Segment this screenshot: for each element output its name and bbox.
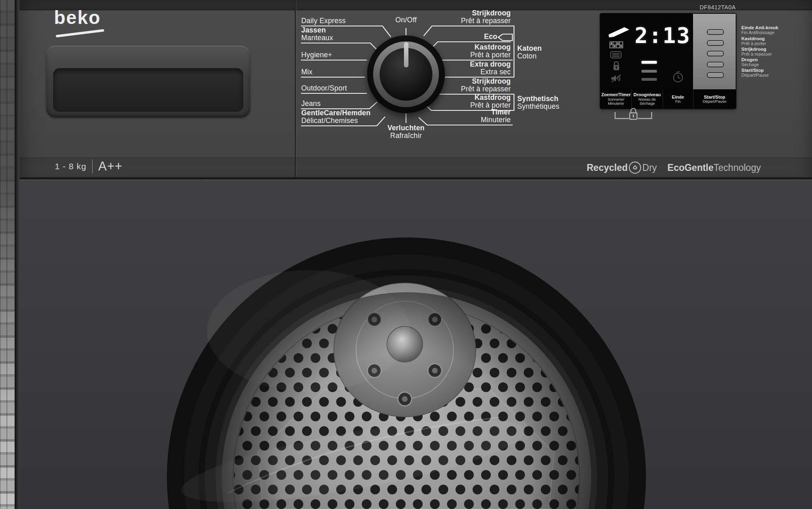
program-jeans: Jeans: [301, 100, 321, 108]
buzzer-off-icon: [611, 74, 622, 83]
display-module: 2:13 Zoemer/TimerSonnerie/Minuterie Droo…: [600, 14, 736, 108]
panel-seam: [15, 177, 812, 179]
knob-pointer: [404, 42, 408, 67]
program-kastdroog-1: KastdroogPrêt à porter: [470, 43, 511, 59]
dryness-bar-1: [641, 61, 657, 64]
program-mix: Mix: [301, 68, 313, 76]
dryness-bar-3: [641, 78, 657, 81]
program-timer: TimerMinuterie: [481, 108, 511, 124]
indicator-label-anti-crease: Einde Anti-kreukFin Antifroissage: [741, 25, 810, 35]
indicator-label-start-stop: Start/StopDépart/Pause: [741, 68, 810, 78]
led-slot-drogen: [707, 62, 724, 67]
beko-logo: beko: [54, 6, 101, 28]
delay-timer-icon: [672, 71, 684, 83]
technology-label: Technology: [714, 162, 761, 173]
eco-tag-icon: [498, 34, 512, 41]
program-outdoor-sport: Outdoor/Sport: [301, 84, 347, 92]
drying-rack-icon: [609, 41, 623, 49]
led-slot-strijkdroog: [707, 51, 724, 56]
program-knob[interactable]: [367, 35, 445, 113]
indicator-label-drogen: DrogenSéchage: [741, 57, 810, 67]
child-lock-combo-icon: [611, 106, 656, 123]
end-time-button[interactable]: EindeFin: [663, 89, 693, 108]
indicator-label-strijkdroog: StrijkdroogPrêt à repasser: [741, 47, 810, 56]
program-jassen: JassenManteaux: [301, 26, 333, 42]
energy-class-label: A++: [98, 159, 123, 174]
technology-branding: Recycled ♻ Dry EcoGentle Technology: [587, 162, 761, 174]
dryness-bar-2: [641, 70, 657, 73]
dryer-door-drum: [0, 177, 812, 509]
capacity-energy-badge: 1 - 8 kg A++: [55, 159, 123, 174]
ecogentle-label: EcoGentle: [667, 162, 714, 173]
dry-label: Dry: [642, 162, 657, 173]
program-daily-express: Daily Express: [301, 17, 346, 25]
divider: [92, 160, 93, 173]
program-gentlecare: GentleCare/HemdenDélicat/Chemises: [301, 109, 371, 125]
machine-side-edge: [15, 0, 19, 509]
filter-icon: [610, 51, 622, 58]
child-lock-icon: [612, 61, 620, 71]
led-slot-start-stop: [707, 72, 724, 78]
indicator-label-kastdroog: KastdroogPrêt à porter: [741, 36, 810, 46]
recycle-icon: ♻: [629, 162, 641, 174]
led-slot-anti-crease: [707, 29, 724, 35]
capacity-label: 1 - 8 kg: [55, 162, 86, 171]
model-number: DF8412TA0A: [654, 4, 736, 11]
remaining-time-display: 2:13: [635, 23, 691, 48]
start-stop-button[interactable]: Start/StopDépart/Pause: [693, 89, 736, 108]
brush-icon: [607, 26, 630, 38]
buzzer-timer-button[interactable]: Zoemer/TimerSonnerie/Minuterie: [600, 89, 632, 108]
group-katoen: KatoenCoton: [517, 45, 542, 60]
group-synthetisch: SynthetischSynthétiques: [517, 95, 559, 110]
indicator-panel: [693, 14, 736, 89]
program-strijkdroog-2: StrijkdroogPrêt à repasser: [461, 78, 511, 93]
program-strijkdroog-1: StrijkdroogPrêt à repasser: [461, 9, 511, 25]
dryer-front-photo: beko Daily Express JassenManteaux Hygien…: [0, 0, 812, 509]
program-verluchten: VerluchtenRafraîchir: [365, 124, 447, 140]
drawer-handle-recess[interactable]: [46, 45, 251, 118]
background-wall: [0, 0, 15, 509]
handle-pocket[interactable]: [53, 68, 243, 112]
program-eco: Eco: [484, 33, 497, 41]
dryness-level-button[interactable]: DroogniveauNiveau deSéchage: [632, 89, 663, 108]
button-row: Zoemer/TimerSonnerie/Minuterie Droognive…: [600, 89, 736, 108]
program-hygiene: Hygiene+: [301, 51, 332, 59]
program-extra-droog: Extra droogExtra sec: [470, 60, 511, 76]
recycled-label: Recycled: [587, 162, 628, 173]
on-off-label: On/Off: [382, 16, 430, 24]
led-slot-kastdroog: [707, 40, 724, 46]
program-kastdroog-2: KastdroogPrêt à porter: [470, 94, 511, 109]
